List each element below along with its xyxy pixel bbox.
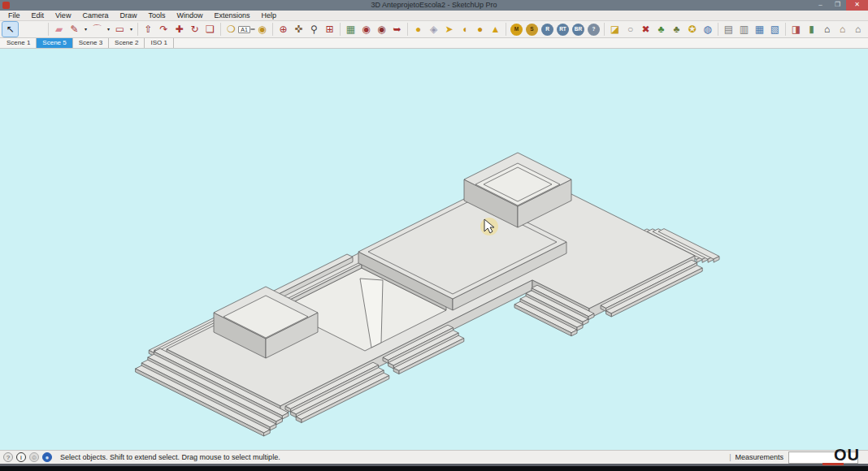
toolbar-separator <box>407 23 408 36</box>
badge-s-icon[interactable]: S <box>526 24 538 36</box>
push-pull-tool-icon[interactable]: ⇧ <box>141 22 156 37</box>
box-1-icon[interactable]: ▤ <box>721 22 736 37</box>
title-bar[interactable]: 3D AnteprojetoEscola2 - SketchUp Pro –❐✕ <box>0 0 868 11</box>
rotate-tool-icon[interactable]: ↻ <box>187 22 202 37</box>
icon-glyph: ⌂ <box>855 24 861 34</box>
tab-scene-3[interactable]: Scene 3 <box>73 38 109 48</box>
follow-me-tool-icon[interactable]: ↷ <box>156 22 171 37</box>
plugin-ball-icon[interactable]: ● <box>472 22 488 37</box>
match-photo-icon[interactable]: ▦ <box>343 22 358 37</box>
box-red-icon[interactable]: ◨ <box>788 22 804 37</box>
status-info-icon[interactable]: i <box>16 452 26 462</box>
toolbar-separator <box>718 23 718 36</box>
zoom-extents-tool-icon[interactable]: ⊞ <box>322 22 337 37</box>
badge-br-icon[interactable]: BR <box>572 24 584 36</box>
menu-bar: FileEditViewCameraDrawToolsWindowExtensi… <box>0 11 868 21</box>
icon-label: S <box>530 27 533 32</box>
icon-glyph: ▤ <box>724 24 733 34</box>
pan-tool-icon[interactable]: ✜ <box>291 22 306 37</box>
badge-r-icon[interactable]: R <box>541 24 553 36</box>
house-3-icon[interactable]: ⌂ <box>850 22 866 37</box>
plugin-skin-icon[interactable]: ◈ <box>426 22 441 37</box>
toolbar-separator <box>340 23 341 36</box>
menu-help[interactable]: Help <box>255 11 282 20</box>
menu-view[interactable]: View <box>50 11 76 20</box>
icon-glyph: ♣ <box>674 24 680 34</box>
icon-glyph: ▥ <box>740 24 749 34</box>
move-tool-icon[interactable]: ✚ <box>171 22 187 37</box>
menu-file[interactable]: File <box>2 11 26 20</box>
icon-glyph: ▰ <box>55 24 63 34</box>
viewport[interactable] <box>0 49 868 450</box>
maximize-button[interactable]: ❐ <box>829 0 846 11</box>
box-4-icon[interactable]: ▧ <box>767 22 783 37</box>
menu-camera[interactable]: Camera <box>76 11 114 20</box>
select-tool-icon[interactable]: ↖ <box>2 22 18 37</box>
icon-glyph: ◪ <box>610 24 619 34</box>
box-2-icon[interactable]: ▥ <box>736 22 752 37</box>
plugin-sphere-icon[interactable]: ● <box>410 22 426 37</box>
sphere-white-icon[interactable]: ○ <box>623 22 638 37</box>
box-green-icon[interactable]: ▮ <box>804 22 819 37</box>
tape-measure-tool-icon[interactable]: ❍ <box>224 22 239 37</box>
bottom-strip-black <box>0 466 868 471</box>
icon-glyph: ▾ <box>130 27 132 32</box>
scale-tool-icon[interactable]: ❏ <box>202 22 218 37</box>
plugin-cone-icon[interactable]: ▲ <box>488 22 503 37</box>
delete-x-icon[interactable]: ✖ <box>638 22 653 37</box>
pause-icon[interactable]: ◍ <box>700 22 715 37</box>
tab-scene-2[interactable]: Scene 2 <box>109 38 145 48</box>
model-canvas[interactable] <box>0 49 868 450</box>
orbit-tool-icon[interactable]: ⊕ <box>276 22 291 37</box>
tab-scene-1[interactable]: Scene 1 <box>1 38 37 48</box>
house-2-icon[interactable]: ⌂ <box>835 22 850 37</box>
export-model-icon[interactable]: ➥ <box>389 22 405 37</box>
menu-extensions[interactable]: Extensions <box>208 11 255 20</box>
minimize-button[interactable]: – <box>812 0 829 11</box>
icon-glyph: ✜ <box>294 24 302 34</box>
house-1-icon[interactable]: ⌂ <box>819 22 835 37</box>
icon-glyph: ➤ <box>445 24 453 34</box>
menu-draw[interactable]: Draw <box>114 11 142 20</box>
camera-sphere-2-icon[interactable]: ◉ <box>374 22 389 37</box>
status-help-icon[interactable]: ? <box>3 452 13 462</box>
text-tool-icon[interactable]: A1 <box>239 22 254 37</box>
menu-window[interactable]: Window <box>171 11 208 20</box>
line-tool-icon[interactable]: ✎ <box>67 22 82 37</box>
menu-edit[interactable]: Edit <box>26 11 50 20</box>
icon-glyph: ✖ <box>641 24 649 34</box>
tag-icon[interactable]: ◪ <box>607 22 623 37</box>
icon-glyph: ○ <box>627 24 633 34</box>
tab-iso-1[interactable]: ISO 1 <box>145 38 173 48</box>
sketchup-window: 3D AnteprojetoEscola2 - SketchUp Pro –❐✕… <box>0 0 868 471</box>
line-tool-dropdown-icon[interactable]: ▾ <box>82 22 89 37</box>
zoom-tool-icon[interactable]: ⚲ <box>306 22 322 37</box>
icon-glyph: ◍ <box>703 24 711 34</box>
tree-2-icon[interactable]: ♣ <box>669 22 684 37</box>
compass-icon[interactable]: ✪ <box>684 22 700 37</box>
rectangle-tool-icon[interactable]: ▭ <box>112 22 128 37</box>
window-control-glyph: – <box>818 1 822 8</box>
plugin-disc-icon[interactable]: ◖ <box>457 22 472 37</box>
badge-help-icon[interactable]: ? <box>588 24 600 36</box>
toolbar-separator <box>48 23 49 36</box>
arc-tool-icon[interactable]: ⌒ <box>89 22 105 37</box>
icon-glyph: ⌒ <box>93 24 102 34</box>
eraser-tool-icon[interactable]: ▰ <box>51 22 67 37</box>
paint-bucket-tool-icon[interactable]: ◉ <box>254 22 270 37</box>
camera-sphere-1-icon[interactable]: ◉ <box>358 22 374 37</box>
tab-scene-5[interactable]: Scene 5 <box>37 38 72 48</box>
tree-1-icon[interactable]: ♣ <box>653 22 669 37</box>
plugin-pointer-icon[interactable]: ➤ <box>441 22 457 37</box>
arc-tool-dropdown-icon[interactable]: ▾ <box>105 22 112 37</box>
menu-tools[interactable]: Tools <box>142 11 171 20</box>
status-user-icon[interactable]: ☺ <box>29 452 39 462</box>
box-3-icon[interactable]: ▦ <box>752 22 767 37</box>
status-geo-icon[interactable]: ● <box>42 452 52 462</box>
badge-rt-icon[interactable]: RT <box>557 24 569 36</box>
badge-m-icon[interactable]: M <box>510 24 523 36</box>
sketchup-logo-icon <box>2 2 10 9</box>
rectangle-tool-dropdown-icon[interactable]: ▾ <box>128 22 135 37</box>
close-button[interactable]: ✕ <box>846 0 868 11</box>
icon-glyph: ♣ <box>658 24 665 34</box>
